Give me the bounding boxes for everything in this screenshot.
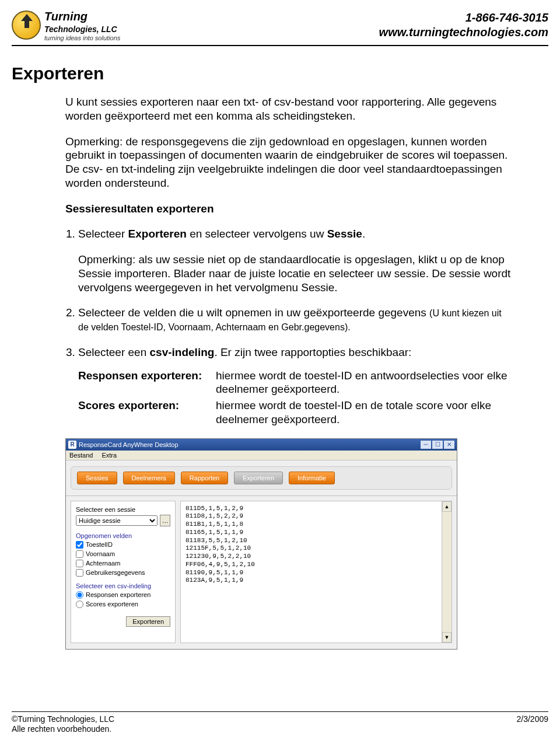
menu-extra[interactable]: Extra [102,452,117,459]
footer-date: 2/3/2009 [517,714,549,734]
menu-bestand[interactable]: Bestand [69,452,93,459]
contact-url: www.turningtechnologies.com [379,25,548,40]
step1-text-a: Selecteer [78,228,128,240]
logo-badge-icon [12,11,41,40]
tab-informatie[interactable]: Informatie [289,472,335,484]
window-title: ResponseCard AnyWhere Desktop [79,441,178,448]
checkbox-gebruikers-row[interactable]: Gebruikersgegevens [76,569,170,577]
brand-line1: Turning [44,10,88,23]
step3-text-a: Selecteer een [78,346,150,358]
radio-responsen-label: Responsen exporteren [86,591,150,598]
steps-list: Selecteer Exporteren en selecteer vervol… [65,227,513,426]
export-button[interactable]: Exporteren [126,616,170,627]
session-select[interactable]: Huidige sessie [76,515,158,526]
output-text: 811D5,1,5,1,2,9 811D8,1,5,2,2,9 811B1,1,… [181,501,452,643]
label-included-fields: Opgenomen velden [76,532,170,539]
step3-bold: csv-indeling [150,346,215,358]
page-footer: ©Turning Technologies, LLC Alle rechten … [12,711,548,734]
export-options-panel: Selecteer een sessie Huidige sessie … Op… [71,501,176,643]
step1-note: Opmerking: als uw sessie niet op de stan… [78,253,513,294]
brand-tagline: turning ideas into solutions [44,35,120,41]
menu-bar: Bestand Extra [66,451,457,460]
browse-session-button[interactable]: … [160,515,170,526]
checkbox-gebruikers[interactable] [76,569,83,577]
def-label-scores: Scores exporteren: [78,399,212,427]
radio-responsen-row[interactable]: Responsen exporteren [76,591,170,599]
def-label-responses: Responsen exporteren: [78,369,212,397]
step3-text-b: . Er zijn twee rapportopties beschikbaar… [214,346,411,358]
header-contact: 1-866-746-3015 www.turningtechnologies.c… [379,11,548,40]
step1-bold-2: Sessie [327,228,362,240]
step-1: Selecteer Exporteren en selecteer vervol… [78,227,513,294]
label-csv-format: Selecteer een csv-indeling [76,582,170,589]
step1-bold-1: Exporteren [128,228,187,240]
contact-phone: 1-866-746-3015 [379,11,548,25]
def-text-responses: hiermee wordt de toestel-ID en antwoords… [216,369,513,397]
step2-text: Selecteer de velden die u wilt opnemen i… [78,306,429,319]
title-bar: R ResponseCard AnyWhere Desktop ─ ☐ ✕ [66,439,457,451]
step1-text-b: en selecteer vervolgens uw [187,228,327,240]
close-button[interactable]: ✕ [444,441,454,449]
definition-table: Responsen exporteren: hiermee wordt de t… [78,369,513,427]
scroll-up-icon[interactable]: ▲ [442,501,452,512]
brand-logo: Turning Technologies, LLC turning ideas … [12,11,120,41]
checkbox-voornaam[interactable] [76,550,83,558]
radio-scores[interactable] [76,601,83,608]
page-title: Exporteren [12,64,548,83]
main-tabs: Sessies Deelnemers Rapporten Exporteren … [71,466,452,490]
intro-paragraph-2: Opmerking: de responsgegevens die zijn g… [65,135,513,190]
checkbox-toestelid-row[interactable]: ToestelID [76,541,170,549]
checkbox-voornaam-row[interactable]: Voornaam [76,550,170,558]
checkbox-gebruikers-label: Gebruikersgegevens [86,569,145,576]
checkbox-achternaam[interactable] [76,560,83,567]
brand-line2: Technologies, LLC [44,25,117,34]
scroll-down-icon[interactable]: ▼ [442,632,452,643]
tab-deelnemers[interactable]: Deelnemers [123,472,175,484]
step-2: Selecteer de velden die u wilt opnemen i… [78,306,513,334]
minimize-button[interactable]: ─ [421,441,431,449]
footer-copyright: ©Turning Technologies, LLC [12,714,114,724]
subheading: Sessieresultaten exporteren [65,202,513,216]
maximize-button[interactable]: ☐ [432,441,443,449]
tab-sessies[interactable]: Sessies [77,472,117,484]
tab-exporteren[interactable]: Exporteren [234,472,283,484]
intro-paragraph-1: U kunt sessies exporteren naar een txt- … [65,95,513,123]
checkbox-toestelid[interactable] [76,541,83,549]
radio-scores-row[interactable]: Scores exporteren [76,601,170,608]
radio-responsen[interactable] [76,591,83,599]
step1-text-c: . [362,228,365,240]
def-text-scores: hiermee wordt de toestel-ID en de totale… [216,399,513,427]
checkbox-toestelid-label: ToestelID [86,541,113,548]
footer-rights: Alle rechten voorbehouden. [12,724,114,734]
page-header: Turning Technologies, LLC turning ideas … [12,11,548,46]
tab-rapporten[interactable]: Rapporten [181,472,228,484]
brand-name: Turning Technologies, LLC [44,11,120,34]
app-window: R ResponseCard AnyWhere Desktop ─ ☐ ✕ Be… [65,438,457,650]
step-3: Selecteer een csv-indeling. Er zijn twee… [78,345,513,427]
output-panel: 811D5,1,5,1,2,9 811D8,1,5,2,2,9 811B1,1,… [180,501,452,643]
checkbox-achternaam-label: Achternaam [86,560,120,567]
app-icon: R [68,441,76,449]
checkbox-achternaam-row[interactable]: Achternaam [76,560,170,567]
label-select-session: Selecteer een sessie [76,506,170,513]
checkbox-voornaam-label: Voornaam [86,550,115,557]
scrollbar[interactable]: ▲ ▼ [442,501,452,643]
radio-scores-label: Scores exporteren [86,601,138,608]
